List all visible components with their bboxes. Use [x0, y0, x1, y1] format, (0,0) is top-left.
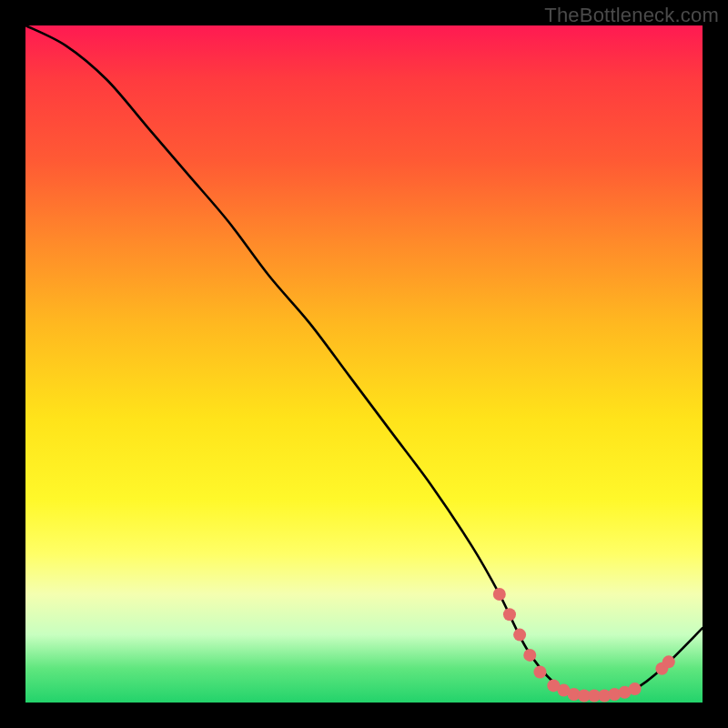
highlight-dot	[503, 608, 516, 621]
highlight-dot	[523, 649, 536, 662]
curve-layer	[25, 25, 703, 703]
highlight-dot	[629, 682, 642, 695]
plot-area	[25, 25, 703, 703]
watermark-text: TheBottleneck.com	[544, 4, 719, 27]
bottleneck-curve	[25, 25, 703, 697]
highlight-dot	[662, 655, 675, 668]
highlight-dot	[533, 666, 546, 679]
highlight-dot	[513, 629, 526, 642]
chart-frame: TheBottleneck.com	[0, 0, 728, 728]
highlight-dot	[493, 588, 506, 601]
highlight-dots	[493, 588, 675, 703]
